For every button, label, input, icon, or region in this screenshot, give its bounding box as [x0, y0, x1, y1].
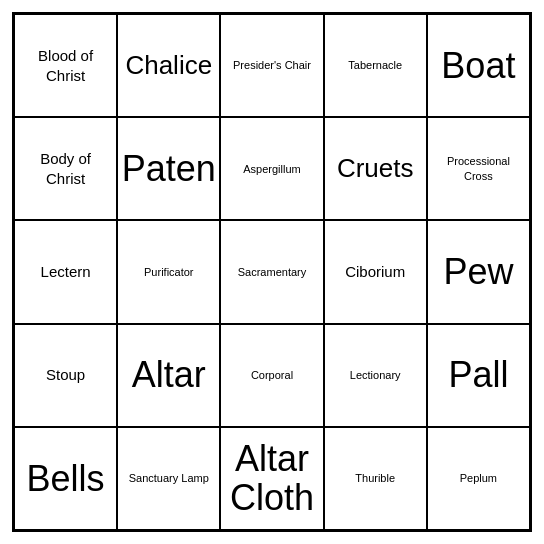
- cell-text-r3c0: Stoup: [46, 365, 85, 385]
- cell-text-r4c1: Sanctuary Lamp: [129, 471, 209, 485]
- cell-r4c2: Altar Cloth: [220, 427, 323, 530]
- cell-r2c4: Pew: [427, 220, 530, 323]
- cell-text-r2c0: Lectern: [41, 262, 91, 282]
- cell-r1c0: Body of Christ: [14, 117, 117, 220]
- cell-text-r1c2: Aspergillum: [243, 162, 300, 176]
- cell-text-r2c2: Sacramentary: [238, 265, 306, 279]
- cell-text-r3c1: Altar: [132, 355, 206, 395]
- cell-text-r1c4: Processional Cross: [432, 154, 525, 183]
- cell-text-r0c4: Boat: [441, 46, 515, 86]
- bingo-board: Blood of ChristChalicePresider's ChairTa…: [12, 12, 532, 532]
- cell-text-r2c3: Ciborium: [345, 262, 405, 282]
- cell-r4c1: Sanctuary Lamp: [117, 427, 220, 530]
- cell-text-r2c1: Purificator: [144, 265, 194, 279]
- cell-r1c1: Paten: [117, 117, 220, 220]
- cell-r0c1: Chalice: [117, 14, 220, 117]
- cell-r1c4: Processional Cross: [427, 117, 530, 220]
- cell-text-r4c0: Bells: [27, 459, 105, 499]
- cell-r2c1: Purificator: [117, 220, 220, 323]
- cell-text-r4c2: Altar Cloth: [225, 439, 318, 518]
- cell-text-r2c4: Pew: [443, 252, 513, 292]
- cell-text-r1c3: Cruets: [337, 153, 414, 184]
- cell-text-r4c4: Peplum: [460, 471, 497, 485]
- cell-r3c4: Pall: [427, 324, 530, 427]
- cell-r3c0: Stoup: [14, 324, 117, 427]
- cell-r4c4: Peplum: [427, 427, 530, 530]
- cell-r1c3: Cruets: [324, 117, 427, 220]
- cell-text-r0c0: Blood of Christ: [19, 46, 112, 85]
- cell-text-r1c1: Paten: [122, 149, 216, 189]
- cell-r0c4: Boat: [427, 14, 530, 117]
- cell-text-r3c2: Corporal: [251, 368, 293, 382]
- cell-r3c2: Corporal: [220, 324, 323, 427]
- cell-r4c3: Thurible: [324, 427, 427, 530]
- cell-r2c3: Ciborium: [324, 220, 427, 323]
- cell-text-r3c4: Pall: [448, 355, 508, 395]
- cell-text-r1c0: Body of Christ: [19, 149, 112, 188]
- cell-text-r0c2: Presider's Chair: [233, 58, 311, 72]
- cell-r1c2: Aspergillum: [220, 117, 323, 220]
- cell-r0c2: Presider's Chair: [220, 14, 323, 117]
- cell-text-r3c3: Lectionary: [350, 368, 401, 382]
- cell-r4c0: Bells: [14, 427, 117, 530]
- cell-r3c1: Altar: [117, 324, 220, 427]
- cell-r0c3: Tabernacle: [324, 14, 427, 117]
- cell-text-r0c3: Tabernacle: [348, 58, 402, 72]
- cell-r2c2: Sacramentary: [220, 220, 323, 323]
- cell-text-r0c1: Chalice: [125, 50, 212, 81]
- cell-r2c0: Lectern: [14, 220, 117, 323]
- cell-r3c3: Lectionary: [324, 324, 427, 427]
- cell-text-r4c3: Thurible: [355, 471, 395, 485]
- cell-r0c0: Blood of Christ: [14, 14, 117, 117]
